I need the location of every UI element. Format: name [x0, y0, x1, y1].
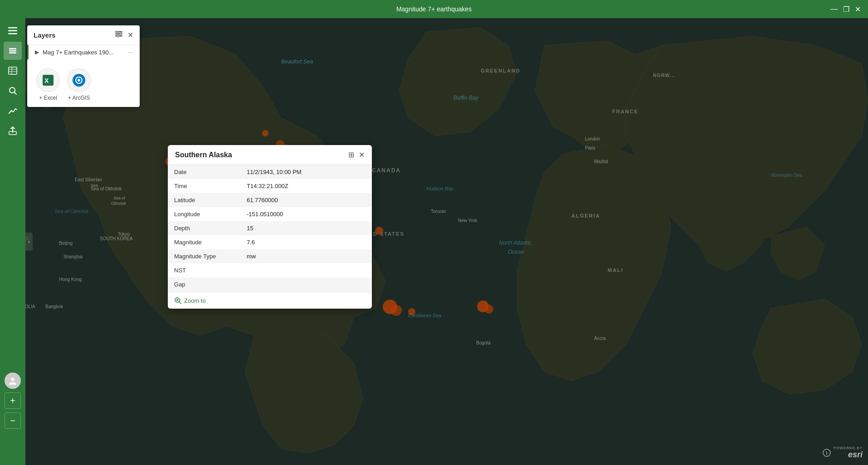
- layer-expand-button[interactable]: ▶: [35, 49, 39, 55]
- svg-text:CANADA: CANADA: [372, 167, 401, 174]
- table-cell-value: [240, 263, 372, 277]
- analytics-sidebar-button[interactable]: [4, 102, 22, 120]
- table-cell-value: mw: [240, 249, 372, 263]
- close-button[interactable]: ✕: [855, 5, 861, 14]
- svg-text:Baffin Bay: Baffin Bay: [454, 95, 479, 101]
- sidebar: + −: [0, 18, 25, 465]
- svg-rect-48: [9, 48, 16, 49]
- table-row: NST: [168, 263, 372, 277]
- svg-rect-49: [9, 50, 16, 52]
- svg-text:Sea: Sea: [91, 183, 98, 188]
- svg-text:Hong Kong: Hong Kong: [59, 277, 82, 282]
- svg-text:Shanghai: Shanghai: [63, 254, 83, 259]
- table-cell-label: Date: [168, 165, 240, 179]
- zoom-out-button[interactable]: −: [5, 412, 21, 429]
- svg-text:North Atlantic: North Atlantic: [499, 240, 532, 246]
- table-cell-label: Depth: [168, 221, 240, 235]
- svg-line-71: [179, 302, 181, 304]
- svg-rect-46: [8, 30, 17, 32]
- svg-text:London: London: [585, 136, 600, 141]
- title-bar: Magnitude 7+ earthquakes — ❐ ✕: [0, 0, 868, 18]
- eq-marker[interactable]: [484, 305, 493, 314]
- svg-text:Hudson Bay: Hudson Bay: [426, 186, 454, 191]
- table-cell-value: 15: [240, 221, 372, 235]
- table-sidebar-button[interactable]: [4, 62, 22, 80]
- svg-text:Bangkok: Bangkok: [45, 304, 63, 309]
- menu-button[interactable]: [4, 22, 22, 40]
- minimize-button[interactable]: —: [830, 5, 838, 13]
- excel-icon: X: [36, 68, 60, 92]
- svg-text:ALGERIA: ALGERIA: [571, 213, 600, 218]
- analytics-icon: [8, 106, 17, 115]
- table-row: TimeT14:32:21.000Z: [168, 179, 372, 193]
- search-sidebar-button[interactable]: [4, 82, 22, 100]
- zoom-in-button[interactable]: +: [5, 392, 21, 409]
- add-excel-label: + Excel: [39, 95, 57, 101]
- info-icon: i: [823, 449, 831, 457]
- svg-text:GREENLAND: GREENLAND: [481, 68, 521, 73]
- table-cell-label: Magnitude: [168, 235, 240, 249]
- svg-text:SOUTH KOREA: SOUTH KOREA: [100, 236, 133, 241]
- svg-text:East Siberian: East Siberian: [75, 177, 102, 182]
- table-row: Depth15: [168, 221, 372, 235]
- layers-sidebar-button[interactable]: [4, 42, 22, 60]
- svg-text:Okhotsk: Okhotsk: [111, 201, 127, 206]
- svg-point-63: [120, 33, 122, 35]
- svg-text:i: i: [826, 450, 827, 455]
- user-avatar[interactable]: [5, 373, 21, 389]
- eq-marker[interactable]: [408, 308, 415, 315]
- person-icon: [8, 376, 18, 386]
- eq-marker[interactable]: [391, 305, 402, 316]
- svg-point-58: [11, 378, 15, 381]
- layers-header-icons: ✕: [115, 30, 133, 40]
- popup-body: Date11/2/1943, 10:00 PMTimeT14:32:21.000…: [168, 165, 372, 292]
- maximize-button[interactable]: ❐: [843, 5, 849, 14]
- popup-expand-button[interactable]: ⊞: [348, 150, 354, 159]
- table-row: Latitude61.7760000: [168, 193, 372, 207]
- svg-point-64: [117, 35, 119, 37]
- arcgis-icon: [67, 68, 91, 92]
- share-icon: [9, 126, 17, 135]
- layers-close-button[interactable]: ✕: [127, 31, 133, 39]
- svg-line-56: [15, 92, 17, 95]
- layers-settings-icon: [115, 30, 123, 38]
- svg-text:Paris: Paris: [585, 145, 595, 150]
- share-sidebar-button[interactable]: [4, 121, 22, 140]
- svg-point-69: [78, 79, 80, 82]
- eq-marker[interactable]: [375, 227, 383, 235]
- arcgis-logo-icon: [72, 73, 86, 87]
- excel-logo-icon: X: [41, 73, 55, 87]
- svg-text:Madrid: Madrid: [594, 159, 608, 164]
- popup-close-button[interactable]: ✕: [359, 150, 365, 159]
- popup-zoom-to-text: Zoom to: [184, 297, 206, 304]
- popup-header-buttons: ⊞ ✕: [348, 150, 365, 159]
- table-cell-value: 61.7760000: [240, 193, 372, 207]
- table-cell-value: [240, 277, 372, 291]
- powered-by-text: POWERED BY: [834, 446, 863, 450]
- svg-text:Beaufort Sea: Beaufort Sea: [281, 58, 313, 65]
- svg-text:Toronto: Toronto: [431, 209, 446, 214]
- svg-text:Beijing: Beijing: [59, 241, 73, 246]
- add-excel-item[interactable]: X + Excel: [36, 68, 60, 101]
- layer-more-button[interactable]: ···: [128, 48, 133, 56]
- eq-marker[interactable]: [262, 130, 268, 136]
- svg-text:FRANCE: FRANCE: [612, 109, 639, 114]
- table-cell-value: T14:32:21.000Z: [240, 179, 372, 193]
- table-cell-label: Gap: [168, 277, 240, 291]
- layer-name: Mag 7+ Earthquakes 190...: [43, 49, 124, 56]
- zoom-to-icon: [174, 297, 181, 304]
- svg-text:Ocean: Ocean: [508, 249, 524, 255]
- table-row: Longitude-151.0510000: [168, 207, 372, 221]
- add-arcgis-item[interactable]: + ArcGIS: [67, 68, 91, 101]
- svg-text:Sea of Okhotsk: Sea of Okhotsk: [54, 208, 89, 214]
- collapse-sidebar-button[interactable]: ‹: [25, 232, 33, 251]
- app-title: Magnitude 7+ earthquakes: [396, 5, 472, 13]
- svg-rect-51: [9, 67, 17, 74]
- popup-title: Southern Alaska: [175, 151, 232, 159]
- layers-settings-button[interactable]: [115, 30, 123, 40]
- window-controls: — ❐ ✕: [830, 5, 861, 14]
- svg-text:MALI: MALI: [608, 267, 624, 273]
- svg-text:Bogotá: Bogotá: [476, 340, 491, 345]
- table-cell-label: NST: [168, 263, 240, 277]
- popup-footer[interactable]: Zoom to: [168, 292, 372, 309]
